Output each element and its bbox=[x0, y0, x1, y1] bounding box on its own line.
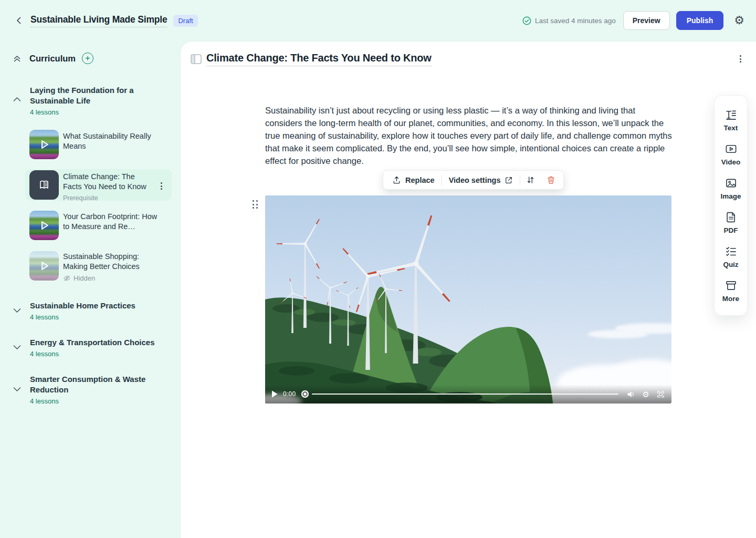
fullscreen-icon[interactable] bbox=[656, 390, 665, 399]
curriculum-title: Curriculum bbox=[29, 54, 76, 64]
add-section-button[interactable]: + bbox=[82, 53, 93, 64]
pdf-block-icon bbox=[725, 211, 737, 223]
quiz-block-icon bbox=[725, 245, 737, 257]
curriculum-sidebar: Curriculum + Laying the Foundation for a… bbox=[0, 41, 180, 538]
video-player[interactable]: 0:00 ⚙ bbox=[265, 195, 671, 404]
lesson-title[interactable]: Climate Change: The Facts You Need to Kn… bbox=[206, 52, 432, 66]
collapse-all-icon[interactable] bbox=[13, 54, 22, 63]
section-title[interactable]: Smarter Consumption & Waste Reduction bbox=[30, 374, 146, 395]
play-icon bbox=[37, 258, 51, 273]
saved-status: Last saved 4 minutes ago bbox=[522, 16, 616, 25]
image-block-icon bbox=[725, 177, 737, 189]
section-expand-icon[interactable] bbox=[13, 308, 21, 313]
lesson-editor-panel: Climate Change: The Facts You Need to Kn… bbox=[180, 41, 756, 538]
video-settings-button[interactable]: Video settings bbox=[442, 171, 520, 189]
status-badge: Draft bbox=[173, 15, 197, 27]
lesson-title: Climate Change: The Facts You Need to Kn… bbox=[63, 172, 153, 203]
publish-button[interactable]: Publish bbox=[676, 11, 724, 30]
section-lesson-count: 4 lessons bbox=[30, 350, 59, 358]
external-link-icon bbox=[505, 176, 513, 184]
play-icon bbox=[37, 218, 51, 233]
move-up-down-icon bbox=[526, 175, 535, 184]
trash-icon bbox=[547, 175, 555, 184]
play-button[interactable] bbox=[271, 390, 278, 398]
section-title[interactable]: Laying the Foundation for a Sustainable … bbox=[30, 85, 136, 106]
lesson-menu-button[interactable] bbox=[159, 180, 164, 192]
lesson-badge: Prerequisite bbox=[63, 193, 153, 203]
lesson-item[interactable]: Your Carbon Footprint: How to Measure an… bbox=[63, 212, 162, 232]
block-palette: Text Video Image PDF Quiz More bbox=[714, 95, 748, 316]
eye-off-icon bbox=[63, 274, 71, 282]
hidden-badge: Hidden bbox=[63, 273, 162, 283]
replace-button[interactable]: Replace bbox=[385, 171, 442, 189]
video-settings-icon[interactable]: ⚙ bbox=[643, 390, 649, 398]
text-block-icon bbox=[725, 109, 737, 121]
lesson-options-button[interactable] bbox=[738, 53, 743, 65]
upload-icon bbox=[392, 175, 401, 184]
palette-item-image[interactable]: Image bbox=[715, 172, 747, 206]
volume-icon[interactable] bbox=[627, 390, 636, 398]
section-lesson-count: 4 lessons bbox=[30, 313, 59, 321]
video-block-icon bbox=[725, 143, 737, 155]
back-button[interactable] bbox=[12, 13, 26, 28]
video-current-time: 0:00 bbox=[283, 390, 296, 398]
wind-turbine-video-frame bbox=[265, 195, 671, 404]
play-icon bbox=[37, 137, 51, 152]
preview-button[interactable]: Preview bbox=[623, 11, 670, 30]
section-collapse-icon[interactable] bbox=[13, 97, 21, 102]
palette-item-more[interactable]: More bbox=[715, 274, 747, 308]
lesson-item-selected[interactable]: Climate Change: The Facts You Need to Kn… bbox=[25, 169, 172, 201]
section-title[interactable]: Energy & Transportation Choices bbox=[30, 337, 166, 348]
video-seek-track[interactable] bbox=[312, 394, 618, 395]
section-lesson-count: 4 lessons bbox=[30, 108, 59, 116]
video-block-toolbar: Replace Video settings bbox=[383, 170, 564, 190]
settings-gear-icon[interactable]: ⚙ bbox=[734, 15, 744, 26]
section-expand-icon[interactable] bbox=[13, 387, 21, 392]
section-title[interactable]: Sustainable Home Practices bbox=[30, 301, 166, 311]
section-expand-icon[interactable] bbox=[13, 345, 21, 350]
section-lesson-count: 4 lessons bbox=[30, 397, 59, 405]
saved-status-label: Last saved 4 minutes ago bbox=[535, 17, 616, 25]
delete-block-button[interactable] bbox=[541, 171, 561, 189]
book-icon bbox=[37, 178, 51, 192]
lesson-video-thumbnail-hidden[interactable] bbox=[29, 251, 59, 281]
lesson-intro-paragraph[interactable]: Sustainability isn’t just about recyclin… bbox=[265, 104, 673, 167]
panel-toggle-icon[interactable] bbox=[191, 54, 202, 64]
lesson-reading-tile bbox=[29, 170, 59, 200]
lesson-video-thumbnail[interactable] bbox=[29, 211, 59, 240]
palette-item-video[interactable]: Video bbox=[715, 138, 747, 172]
lesson-video-thumbnail[interactable] bbox=[29, 130, 59, 159]
course-title[interactable]: Sustainable Living Made Simple bbox=[30, 14, 167, 27]
video-controls-bar: 0:00 ⚙ bbox=[265, 385, 671, 404]
check-circle-icon bbox=[522, 16, 531, 25]
chevron-left-icon bbox=[15, 16, 23, 25]
lesson-item[interactable]: Sustainable Shopping: Making Better Choi… bbox=[63, 252, 162, 283]
more-blocks-icon bbox=[725, 280, 737, 292]
video-scrubber-handle[interactable] bbox=[301, 390, 309, 398]
lesson-item[interactable]: What Sustainability Really Means bbox=[63, 131, 162, 151]
palette-item-pdf[interactable]: PDF bbox=[715, 206, 747, 240]
app-header: Sustainable Living Made Simple Draft Las… bbox=[0, 0, 756, 41]
palette-item-quiz[interactable]: Quiz bbox=[715, 240, 747, 274]
palette-item-text[interactable]: Text bbox=[715, 104, 747, 138]
block-drag-handle[interactable] bbox=[250, 198, 260, 211]
move-block-button[interactable] bbox=[520, 171, 541, 189]
